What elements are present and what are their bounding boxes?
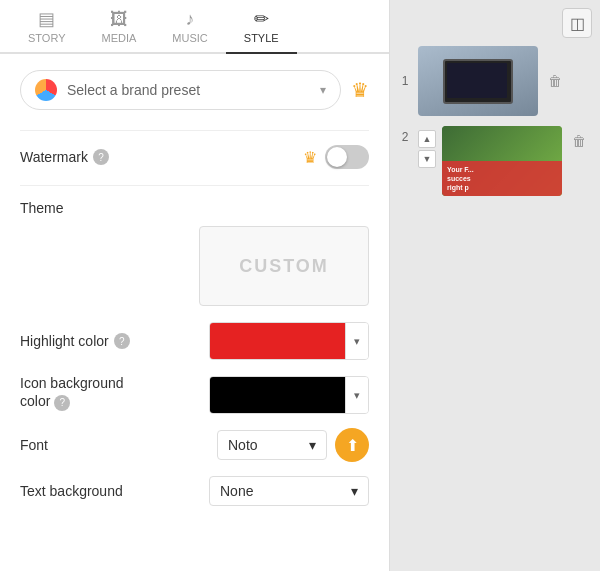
- tab-style[interactable]: ✏ STYLE: [226, 0, 297, 54]
- brand-preset-chevron-icon: ▾: [320, 83, 326, 97]
- slide-thumbnail-2[interactable]: Your F...succesright p: [442, 126, 562, 196]
- highlight-color-chevron-icon: ▾: [345, 323, 368, 359]
- music-icon: ♪: [186, 10, 195, 28]
- watermark-toggle[interactable]: [325, 145, 369, 169]
- theme-box[interactable]: CUSTOM: [199, 226, 369, 306]
- icon-bg-label: Icon background color ?: [20, 374, 209, 411]
- slide-list: 1 🗑 2 ▲ ▼ Your F...succesr: [390, 46, 600, 571]
- icon-bg-help-icon[interactable]: ?: [54, 395, 70, 411]
- font-label: Font: [20, 437, 217, 453]
- icon-bg-color-row: Icon background color ? ▾: [20, 374, 369, 414]
- text-bg-chevron-icon: ▾: [351, 483, 358, 499]
- divider-2: [20, 185, 369, 186]
- tab-bar: ▤ STORY 🖼 MEDIA ♪ MUSIC ✏ STYLE: [0, 0, 389, 54]
- tab-music-label: MUSIC: [172, 32, 207, 44]
- font-upload-button[interactable]: ⬆: [335, 428, 369, 462]
- left-panel: ▤ STORY 🖼 MEDIA ♪ MUSIC ✏ STYLE Select a…: [0, 0, 390, 571]
- text-bg-value: None: [220, 483, 253, 499]
- font-value: Noto: [228, 437, 258, 453]
- panel-icon: ◫: [570, 14, 585, 33]
- text-bg-select[interactable]: None ▾: [209, 476, 369, 506]
- watermark-row: Watermark ? ♛: [20, 145, 369, 169]
- font-row: Font Noto ▾ ⬆: [20, 428, 369, 462]
- divider-1: [20, 130, 369, 131]
- upload-icon: ⬆: [346, 436, 359, 455]
- watermark-help-icon[interactable]: ?: [93, 149, 109, 165]
- brand-preset-select[interactable]: Select a brand preset ▾: [20, 70, 341, 110]
- tab-media-label: MEDIA: [102, 32, 137, 44]
- slide-delete-1-button[interactable]: 🗑: [544, 70, 566, 92]
- brand-preset-crown-icon: ♛: [351, 78, 369, 102]
- brand-color-icon: [35, 79, 57, 101]
- theme-label: Theme: [20, 200, 369, 216]
- slide-thumbnail-1[interactable]: [418, 46, 538, 116]
- icon-bg-color-chevron-icon: ▾: [345, 377, 368, 413]
- slide-item: 1 🗑: [398, 46, 592, 116]
- tab-media[interactable]: 🖼 MEDIA: [84, 0, 155, 54]
- highlight-color-label-text: Highlight color: [20, 333, 109, 349]
- highlight-color-row: Highlight color ? ▾: [20, 322, 369, 360]
- tab-story[interactable]: ▤ STORY: [10, 0, 84, 54]
- brand-preset-row: Select a brand preset ▾ ♛: [20, 70, 369, 110]
- right-panel: ◫ 1 🗑 2 ▲ ▼: [390, 0, 600, 571]
- icon-bg-label2-text: color: [20, 393, 50, 409]
- highlight-color-picker[interactable]: ▾: [209, 322, 369, 360]
- slide-number-2: 2: [398, 130, 412, 144]
- media-icon: 🖼: [110, 10, 128, 28]
- slide-item: 2 ▲ ▼ Your F...succesright p 🗑: [398, 122, 592, 196]
- highlight-help-icon[interactable]: ?: [114, 333, 130, 349]
- slide-delete-2-button[interactable]: 🗑: [568, 130, 590, 152]
- style-content: Select a brand preset ▾ ♛ Watermark ? ♛ …: [0, 54, 389, 571]
- slide-up-button[interactable]: ▲: [418, 130, 436, 148]
- brand-preset-label: Select a brand preset: [67, 82, 310, 98]
- slide-down-button[interactable]: ▼: [418, 150, 436, 168]
- slide-nav-2: ▲ ▼: [418, 130, 436, 168]
- text-bg-row: Text background None ▾: [20, 476, 369, 506]
- story-icon: ▤: [38, 10, 55, 28]
- watermark-controls: ♛: [303, 145, 369, 169]
- icon-bg-label-text: Icon background: [20, 375, 124, 391]
- font-select-chevron-icon: ▾: [309, 437, 316, 453]
- panel-toggle-button[interactable]: ◫: [562, 8, 592, 38]
- tab-style-label: STYLE: [244, 32, 279, 44]
- theme-section: Theme CUSTOM: [20, 200, 369, 306]
- highlight-color-swatch: [210, 323, 345, 359]
- right-top-bar: ◫: [390, 0, 600, 46]
- font-select[interactable]: Noto ▾: [217, 430, 327, 460]
- watermark-label-text: Watermark: [20, 149, 88, 165]
- watermark-label: Watermark ?: [20, 149, 303, 165]
- slide-number-1: 1: [398, 74, 412, 88]
- tab-music[interactable]: ♪ MUSIC: [154, 0, 225, 54]
- icon-bg-color-swatch: [210, 377, 345, 413]
- watermark-crown-icon: ♛: [303, 148, 317, 167]
- toggle-thumb: [327, 147, 347, 167]
- style-icon: ✏: [254, 10, 269, 28]
- tab-story-label: STORY: [28, 32, 66, 44]
- text-bg-label: Text background: [20, 483, 209, 499]
- theme-value: CUSTOM: [239, 256, 329, 277]
- highlight-color-label: Highlight color ?: [20, 333, 209, 349]
- icon-bg-color-picker[interactable]: ▾: [209, 376, 369, 414]
